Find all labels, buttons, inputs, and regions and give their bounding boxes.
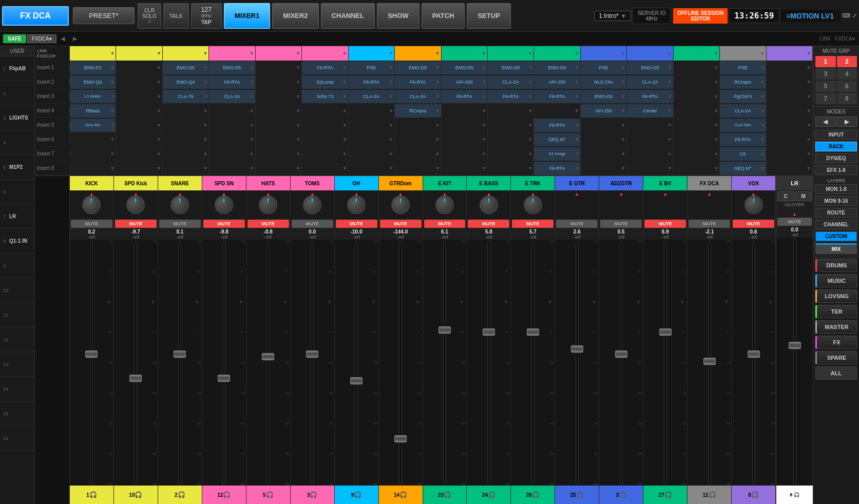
insert-3-oh[interactable]: CLA-2A▼ [349, 90, 395, 103]
fader-track-5[interactable] [311, 241, 314, 484]
mute-grp-4[interactable]: 4 [837, 68, 857, 80]
bus-fx-button[interactable]: FX [815, 336, 857, 349]
insert-8-vox[interactable]: GEQ M°▼ [720, 162, 766, 175]
insert-1-hats[interactable]: ▼ [256, 61, 302, 74]
insert-7-9[interactable]: ▼ [442, 147, 488, 161]
preset-button[interactable]: PRESET* [73, 7, 135, 24]
user-item-12[interactable]: 12 [0, 327, 34, 352]
bus-master-button[interactable]: MASTER [815, 320, 857, 334]
insert-4-adzgtr[interactable]: Center▼ [627, 104, 673, 118]
fader-handle-0[interactable] [85, 351, 98, 358]
insert-2-gtrdom[interactable]: F6-RTA▼ [395, 75, 441, 89]
bpm-tap-button[interactable]: 127 BPM TAP [191, 3, 222, 29]
fader-track-9[interactable] [487, 241, 490, 484]
mute-grp-6[interactable]: 6 [837, 81, 857, 92]
insert-2-egtr[interactable]: NLS Chn▼ [581, 75, 627, 89]
insert-8-9[interactable]: ▼ [442, 162, 488, 175]
insert-6-3[interactable]: ▼ [163, 133, 209, 146]
fader-handle-8[interactable] [438, 326, 451, 334]
insert-5-9[interactable]: ▼ [442, 119, 488, 132]
fader-track-0[interactable] [90, 241, 93, 484]
knob-7[interactable] [391, 196, 410, 214]
insert-6-7[interactable]: ▼ [349, 133, 395, 146]
insert-2-spdkick[interactable]: ▼ [116, 75, 162, 89]
insert-2-snare[interactable]: EMO-Q4▼ [163, 75, 209, 89]
insert-2-ebass[interactable]: CLA-2A▼ [488, 75, 534, 89]
insert-1-etrk[interactable]: EMO-D5▼ [534, 61, 580, 74]
tab-show[interactable]: SHOW [377, 3, 419, 29]
user-item-2[interactable]: 2 [0, 81, 34, 106]
safe-button[interactable]: SAFE [3, 34, 26, 43]
insert-8-6[interactable]: ▼ [302, 162, 348, 175]
insert-5-3[interactable]: ▼ [163, 119, 209, 132]
fader-handle-4[interactable] [262, 353, 274, 360]
user-item-16[interactable]: 16 [0, 426, 34, 451]
user-item-8[interactable]: 8 Q1-1 IN [0, 229, 34, 254]
fader-handle-7[interactable] [394, 435, 407, 442]
user-item-1[interactable]: 1 FlipAB [0, 56, 34, 81]
fader-track-14[interactable] [708, 241, 711, 484]
fader-handle-14[interactable] [703, 358, 716, 365]
clr-solo-button[interactable]: CLR SOLO ⚙ [138, 3, 161, 29]
insert-3-snare[interactable]: CLA-76▼ [163, 90, 209, 103]
insert-3-gtrdom[interactable]: CLA-2A▼ [395, 90, 441, 103]
insert-8-12[interactable]: ▼ [581, 162, 627, 175]
fxdca-button[interactable]: FXDCA▾ [27, 34, 56, 43]
knob-9[interactable] [480, 196, 498, 214]
knob-1[interactable] [126, 196, 145, 214]
insert-8-extra[interactable]: ▼ [767, 162, 813, 175]
insert-1-vox[interactable]: PSE▼ [720, 61, 766, 74]
insert-2-vox[interactable]: RCmprs▼ [720, 75, 766, 89]
mute-grp-8[interactable]: 8 [837, 93, 857, 104]
mode-channel-button[interactable]: CHANNEL [815, 220, 857, 229]
fader-track-3[interactable] [222, 241, 225, 484]
insert-2-extra[interactable]: ▼ [767, 75, 813, 89]
ch-color-vox[interactable]: ▼ [767, 46, 813, 61]
ch-color-snare[interactable]: ▼ [163, 46, 209, 61]
insert-3-vox[interactable]: PgChd 6▼ [720, 90, 766, 103]
insert-2-spdsn[interactable]: F6-RTA▼ [209, 75, 255, 89]
mute-btn-10[interactable]: MUTE [512, 220, 553, 228]
insert-5-7[interactable]: ▼ [349, 119, 395, 132]
insert-2-adzgtr[interactable]: CLA-2A▼ [627, 75, 673, 89]
knob-15[interactable] [745, 196, 763, 214]
ch-color-egtr[interactable]: ▼ [581, 46, 627, 61]
fader-handle-2[interactable] [174, 351, 186, 358]
insert-2-ebv[interactable]: ▼ [674, 75, 720, 89]
insert-8-3[interactable]: ▼ [163, 162, 209, 175]
insert-6-13[interactable]: ▼ [627, 133, 673, 146]
insert-6-12[interactable]: ▼ [581, 133, 627, 146]
insert-7-5[interactable]: ▼ [256, 147, 302, 161]
insert-3-ebass[interactable]: F6-RTA▼ [488, 90, 534, 103]
c-button[interactable]: C [777, 191, 794, 201]
expand-icon[interactable]: ⤢ [852, 12, 857, 19]
fader-handle-6[interactable] [350, 377, 362, 384]
mute-grp-1[interactable]: 1 [815, 56, 836, 67]
insert-2-ekit[interactable]: API-250▼ [442, 75, 488, 89]
insert-6-vox[interactable]: F6-RTA▼ [720, 133, 766, 146]
knob-3[interactable] [215, 196, 233, 214]
ch-color-spdsn[interactable]: ▼ [209, 46, 255, 61]
insert-6-1[interactable]: ▼ [70, 133, 116, 146]
ch-color-ebass[interactable]: ▼ [488, 46, 534, 61]
insert-1-kick[interactable]: EMO-F2▼ [70, 61, 116, 74]
bus-lovsng-button[interactable]: LOVSNG [815, 289, 857, 303]
mute-grp-2[interactable]: 2 [837, 56, 857, 67]
insert-7-vox[interactable]: C6▼ [720, 147, 766, 161]
modes-next-button[interactable]: ▶ [837, 117, 857, 127]
insert-8-7[interactable]: ▼ [349, 162, 395, 175]
insert-7-12[interactable]: ▼ [581, 147, 627, 161]
insert-4-5[interactable]: ▼ [256, 104, 302, 118]
insert-6-8[interactable]: ▼ [395, 133, 441, 146]
mute-grp-5[interactable]: 5 [815, 81, 836, 92]
insert-5-4[interactable]: ▼ [209, 119, 255, 132]
knob-4[interactable] [259, 196, 277, 214]
insert-3-spdsn[interactable]: CLA-2A▼ [209, 90, 255, 103]
lr-fader-track[interactable] [793, 239, 796, 484]
modes-prev-button[interactable]: ◀ [815, 117, 836, 127]
insert-8-4[interactable]: ▼ [209, 162, 255, 175]
fader-handle-9[interactable] [483, 328, 495, 336]
ch-color-gtrdom[interactable]: ▼ [395, 46, 441, 61]
lr-fader-handle[interactable] [789, 342, 801, 349]
mode-custom-button[interactable]: CUSTOM [815, 231, 857, 241]
